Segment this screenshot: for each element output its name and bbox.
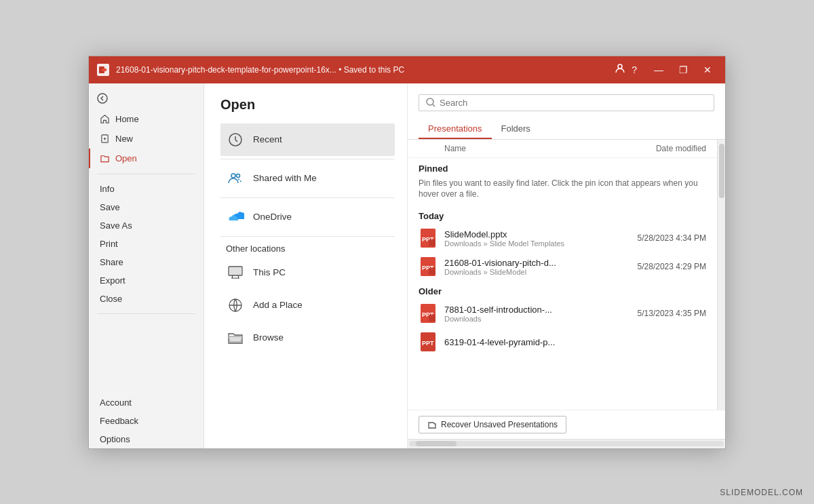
recover-label: Recover Unsaved Presentations: [441, 420, 558, 429]
section-pinned: Pinned: [408, 158, 717, 176]
svg-point-3: [618, 64, 622, 69]
scrollbar-thumb[interactable]: [719, 144, 724, 198]
col-date-header: Date modified: [604, 144, 706, 153]
sidebar-item-export[interactable]: Export: [89, 271, 204, 290]
open-title: Open: [220, 97, 395, 113]
minimize-button[interactable]: —: [648, 60, 670, 79]
sidebar-item-new[interactable]: New: [89, 129, 204, 149]
tab-folders[interactable]: Folders: [492, 119, 540, 139]
location-thispc[interactable]: This PC: [220, 256, 395, 289]
maximize-button[interactable]: ❐: [672, 60, 694, 79]
clock-icon: [226, 130, 245, 149]
location-divider-2: [220, 197, 395, 198]
sidebar-item-feedback[interactable]: Feedback: [89, 412, 204, 430]
account-icon[interactable]: [614, 62, 626, 77]
sidebar-bottom: Account Feedback Options: [89, 393, 204, 448]
search-input[interactable]: [440, 98, 707, 108]
titlebar-extras: ?: [614, 62, 637, 77]
file-name: 6319-01-4-level-pyramid-p...: [444, 337, 604, 347]
titlebar: 21608-01-visionary-pitch-deck-template-f…: [89, 56, 725, 83]
file-row[interactable]: PPT 7881-01-self-introduction-... Downlo…: [408, 299, 717, 328]
location-onedrive-label: OneDrive: [253, 212, 292, 222]
computer-icon: [226, 263, 245, 282]
svg-point-4: [98, 94, 107, 103]
location-recent[interactable]: Recent: [220, 123, 395, 156]
file-date: 5/28/2023 4:34 PM: [611, 233, 706, 243]
sidebar-item-info[interactable]: Info: [89, 180, 204, 198]
file-row[interactable]: PPT 21608-01-visionary-pitch-d... Downlo…: [408, 252, 717, 281]
sidebar-item-open-label: Open: [115, 153, 137, 163]
svg-point-7: [231, 174, 235, 178]
recover-icon: [427, 420, 437, 429]
file-row[interactable]: PPT SlideModel.pptx Downloads » Slide Mo…: [408, 224, 717, 252]
file-path: Downloads: [444, 315, 604, 323]
location-divider-1: [220, 159, 395, 159]
sidebar-item-save-as[interactable]: Save As: [89, 216, 204, 235]
location-recent-label: Recent: [253, 134, 282, 144]
sidebar-item-options[interactable]: Options: [89, 430, 204, 448]
file-name: 7881-01-self-introduction-...: [444, 305, 604, 315]
window-title: 21608-01-visionary-pitch-deck-template-f…: [116, 65, 614, 75]
scrollbar[interactable]: [717, 140, 725, 410]
other-locations-label: Other locations: [226, 244, 389, 254]
tab-presentations[interactable]: Presentations: [419, 119, 492, 139]
location-thispc-label: This PC: [253, 267, 286, 277]
svg-rect-10: [229, 267, 241, 275]
ppt-file-icon: PPT: [419, 332, 438, 351]
sidebar-item-print[interactable]: Print: [89, 235, 204, 253]
right-panel: Presentations Folders Name Date modified…: [408, 83, 725, 448]
svg-point-8: [237, 174, 240, 177]
sidebar-item-home[interactable]: Home: [89, 109, 204, 129]
bottom-scrollbar-track: [409, 441, 724, 446]
svg-text:PPT: PPT: [422, 340, 434, 347]
svg-rect-11: [233, 277, 238, 279]
svg-point-13: [427, 98, 433, 105]
help-button[interactable]: ?: [632, 64, 637, 75]
location-shared[interactable]: Shared with Me: [220, 162, 395, 195]
recover-button[interactable]: Recover Unsaved Presentations: [419, 416, 566, 433]
svg-rect-17: [429, 239, 435, 246]
location-addplace-label: Add a Place: [253, 300, 303, 310]
file-info: 7881-01-self-introduction-... Downloads: [444, 305, 604, 323]
file-list-area: Name Date modified Pinned Pin files you …: [408, 140, 717, 410]
middle-panel: Open Recent: [204, 83, 408, 448]
sidebar-item-account[interactable]: Account: [89, 393, 204, 412]
application-window: 21608-01-visionary-pitch-deck-template-f…: [88, 56, 726, 449]
section-older: Older: [408, 281, 717, 299]
sidebar-item-share[interactable]: Share: [89, 253, 204, 271]
folder-open-icon: [226, 328, 245, 347]
sidebar-item-save[interactable]: Save: [89, 198, 204, 216]
location-browse[interactable]: Browse: [220, 322, 395, 354]
sidebar-divider-2: [97, 313, 195, 314]
location-onedrive[interactable]: OneDrive: [220, 201, 395, 233]
location-browse-label: Browse: [253, 332, 284, 343]
location-addplace[interactable]: Add a Place: [220, 289, 395, 322]
sidebar-item-close[interactable]: Close: [89, 290, 204, 308]
back-button[interactable]: [89, 88, 204, 109]
globe-icon: [226, 296, 245, 315]
sidebar-item-new-label: New: [115, 134, 133, 144]
people-icon: [226, 169, 245, 188]
app-icon: [96, 62, 111, 77]
sidebar-nav: Home New Open: [89, 109, 204, 168]
svg-rect-25: [429, 315, 435, 322]
col-name-header: Name: [444, 144, 604, 153]
ppt-file-icon: PPT: [419, 304, 438, 323]
bottom-scrollbar-thumb[interactable]: [416, 441, 457, 446]
section-today: Today: [408, 206, 717, 224]
sidebar-item-open[interactable]: Open: [89, 149, 204, 168]
scrollbar-track: [718, 140, 725, 410]
tabs: Presentations Folders: [408, 119, 725, 140]
file-info: SlideModel.pptx Downloads » Slide Model …: [444, 229, 604, 248]
pinned-description: Pin files you want to easily find later.…: [408, 176, 717, 206]
location-divider-3: [220, 236, 395, 237]
window-controls: — ❐ ✕: [648, 60, 718, 79]
ppt-file-icon: PPT: [419, 257, 438, 276]
sidebar-sub-items: Info Save Save As Print Share Export Clo…: [89, 180, 204, 308]
file-name: SlideModel.pptx: [444, 229, 604, 239]
file-date: 5/28/2023 4:29 PM: [611, 262, 706, 271]
file-row[interactable]: PPT 6319-01-4-level-pyramid-p...: [408, 328, 717, 356]
close-button[interactable]: ✕: [697, 60, 718, 79]
svg-rect-21: [429, 268, 435, 275]
bottom-scrollbar[interactable]: [408, 439, 725, 448]
